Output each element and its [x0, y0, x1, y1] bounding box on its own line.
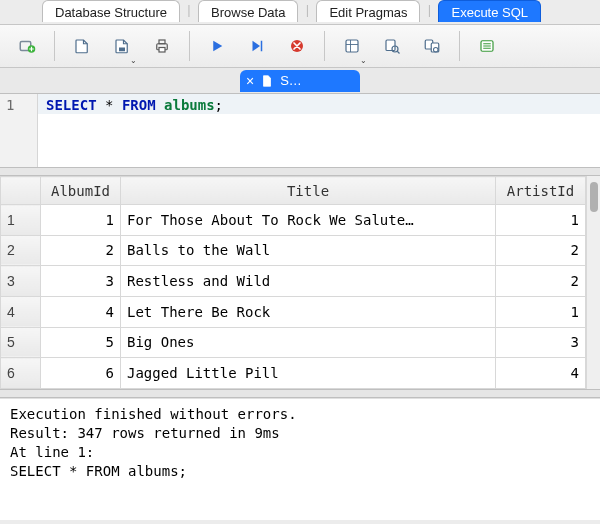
- tab-label: Database Structure: [55, 5, 167, 20]
- editor-code[interactable]: SELECT * FROM albums;: [38, 94, 600, 167]
- row-header[interactable]: 5: [1, 327, 41, 358]
- cell-artistid[interactable]: 1: [496, 296, 586, 327]
- sql-file-icon: [260, 74, 274, 88]
- cell-title[interactable]: Restless and Wild: [121, 266, 496, 297]
- cell-title[interactable]: Big Ones: [121, 327, 496, 358]
- find-replace-button[interactable]: [415, 31, 449, 61]
- cell-title[interactable]: Jagged Little Pill: [121, 358, 496, 389]
- print-button[interactable]: [145, 31, 179, 61]
- sql-editor[interactable]: 1 SELECT * FROM albums;: [0, 94, 600, 168]
- cell-artistid[interactable]: 1: [496, 205, 586, 236]
- play-icon: [208, 37, 226, 55]
- find-replace-icon: [423, 37, 441, 55]
- execute-all-button[interactable]: [200, 31, 234, 61]
- sql-text: ;: [215, 97, 223, 113]
- list-icon: [478, 37, 496, 55]
- column-header-albumid[interactable]: AlbumId: [41, 177, 121, 205]
- svg-rect-4: [159, 40, 165, 44]
- row-header[interactable]: 3: [1, 266, 41, 297]
- row-header[interactable]: 6: [1, 358, 41, 389]
- cell-albumid[interactable]: 6: [41, 358, 121, 389]
- table-row[interactable]: 33Restless and Wild2: [1, 266, 586, 297]
- find-button[interactable]: [375, 31, 409, 61]
- cell-artistid[interactable]: 2: [496, 235, 586, 266]
- open-file-icon: [73, 37, 91, 55]
- toolbar-divider: [54, 31, 55, 61]
- table-header-row: AlbumId Title ArtistId: [1, 177, 586, 205]
- toolbar: ⌄ ⌄: [0, 24, 600, 68]
- sql-identifier: albums: [164, 97, 215, 113]
- editor-gutter: 1: [0, 94, 38, 167]
- toggle-log-button[interactable]: [470, 31, 504, 61]
- row-header[interactable]: 2: [1, 235, 41, 266]
- table-row[interactable]: 11For Those About To Rock We Salute…1: [1, 205, 586, 236]
- vertical-scrollbar[interactable]: [586, 176, 600, 389]
- chevron-down-icon: ⌄: [130, 56, 137, 65]
- cell-title[interactable]: For Those About To Rock We Salute…: [121, 205, 496, 236]
- sql-keyword: FROM: [122, 97, 156, 113]
- save-results-icon: [343, 37, 361, 55]
- svg-rect-5: [159, 48, 165, 53]
- find-icon: [383, 37, 401, 55]
- toolbar-divider: [189, 31, 190, 61]
- open-sql-button[interactable]: [65, 31, 99, 61]
- table-row[interactable]: 44Let There Be Rock1: [1, 296, 586, 327]
- table-row[interactable]: 22Balls to the Wall2: [1, 235, 586, 266]
- column-header-title[interactable]: Title: [121, 177, 496, 205]
- horizontal-splitter[interactable]: [0, 168, 600, 176]
- cell-artistid[interactable]: 4: [496, 358, 586, 389]
- line-number: 1: [6, 97, 14, 113]
- doc-tab-row: × S…: [0, 68, 600, 94]
- svg-rect-9: [386, 40, 395, 51]
- new-sql-tab-button[interactable]: [10, 31, 44, 61]
- cell-albumid[interactable]: 1: [41, 205, 121, 236]
- sql-text: *: [97, 97, 122, 113]
- new-tab-icon: [18, 37, 36, 55]
- svg-rect-8: [346, 40, 358, 52]
- tab-label: Edit Pragmas: [329, 5, 407, 20]
- stop-icon: [288, 37, 306, 55]
- tab-database-structure[interactable]: Database Structure: [42, 0, 180, 22]
- tab-browse-data[interactable]: Browse Data: [198, 0, 298, 22]
- close-icon[interactable]: ×: [246, 74, 254, 88]
- svg-rect-6: [261, 41, 263, 52]
- save-file-icon: [113, 37, 131, 55]
- results-table[interactable]: AlbumId Title ArtistId 11For Those About…: [0, 176, 586, 389]
- column-header-artistid[interactable]: ArtistId: [496, 177, 586, 205]
- tab-label: Execute SQL: [451, 5, 528, 20]
- tab-separator: |: [420, 0, 438, 17]
- sql-text: [156, 97, 164, 113]
- table-row[interactable]: 66Jagged Little Pill4: [1, 358, 586, 389]
- tab-edit-pragmas[interactable]: Edit Pragmas: [316, 0, 420, 22]
- row-header[interactable]: 4: [1, 296, 41, 327]
- horizontal-splitter[interactable]: [0, 390, 600, 398]
- tab-separator: |: [298, 0, 316, 17]
- cell-albumid[interactable]: 4: [41, 296, 121, 327]
- tab-execute-sql[interactable]: Execute SQL: [438, 0, 541, 22]
- cell-title[interactable]: Let There Be Rock: [121, 296, 496, 327]
- doc-tab-label: S…: [280, 73, 302, 88]
- save-sql-button[interactable]: ⌄: [105, 31, 139, 61]
- stop-button[interactable]: [280, 31, 314, 61]
- tab-separator: |: [180, 0, 198, 17]
- corner-header[interactable]: [1, 177, 41, 205]
- table-row[interactable]: 55Big Ones3: [1, 327, 586, 358]
- row-header[interactable]: 1: [1, 205, 41, 236]
- cell-artistid[interactable]: 2: [496, 266, 586, 297]
- toolbar-divider: [459, 31, 460, 61]
- table-body: 11For Those About To Rock We Salute…1 22…: [1, 205, 586, 389]
- save-results-button[interactable]: ⌄: [335, 31, 369, 61]
- cell-artistid[interactable]: 3: [496, 327, 586, 358]
- cell-albumid[interactable]: 2: [41, 235, 121, 266]
- tab-label: Browse Data: [211, 5, 285, 20]
- sql-doc-tab[interactable]: × S…: [240, 70, 360, 92]
- cell-albumid[interactable]: 5: [41, 327, 121, 358]
- sql-keyword: SELECT: [46, 97, 97, 113]
- cell-title[interactable]: Balls to the Wall: [121, 235, 496, 266]
- execution-log[interactable]: Execution finished without errors. Resul…: [0, 398, 600, 520]
- toolbar-divider: [324, 31, 325, 61]
- execute-line-button[interactable]: [240, 31, 274, 61]
- chevron-down-icon: ⌄: [360, 56, 367, 65]
- cell-albumid[interactable]: 3: [41, 266, 121, 297]
- scroll-thumb[interactable]: [590, 182, 598, 212]
